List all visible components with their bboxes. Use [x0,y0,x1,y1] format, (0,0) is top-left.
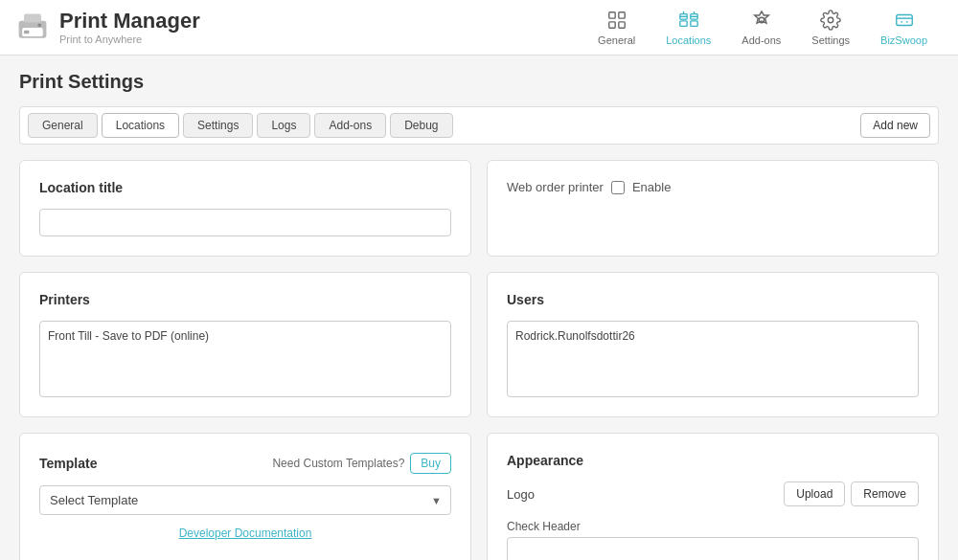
template-select[interactable]: Select Template [39,485,451,515]
printers-card: Printers Front Till - Save to PDF (onlin… [19,272,471,417]
appearance-card: Appearance Logo Upload Remove Check Head… [487,433,939,560]
printers-list: Front Till - Save to PDF (online) [39,321,451,397]
addons-icon [751,10,772,31]
svg-rect-2 [24,13,41,22]
location-title-card: Location title [19,160,471,257]
web-order-checkbox[interactable] [611,181,625,194]
web-order-row: Web order printer Enable [507,180,919,194]
logo-row: Logo Upload Remove [507,482,919,506]
svg-point-17 [759,17,764,23]
logo-label: Logo [507,487,535,502]
svg-rect-10 [680,20,687,25]
printer-item: Front Till - Save to PDF (online) [48,329,443,343]
app-logo-icon [15,11,50,45]
nav-general[interactable]: General [582,2,650,54]
location-title-input[interactable] [39,209,451,236]
web-order-label: Web order printer [507,180,604,194]
custom-template-text: Need Custom Templates? [272,457,404,470]
user-item: Rodrick.Runolfsdottir26 [515,329,910,343]
nav-bizswoop[interactable]: BizSwoop [865,2,943,54]
cards-grid: Location title Web order printer Enable … [19,160,939,560]
svg-rect-6 [619,11,625,17]
check-header-input[interactable] [507,537,919,560]
general-icon [606,10,627,31]
users-card: Users Rodrick.Runolfsdottir26 [487,272,939,417]
check-header-label: Check Header [507,520,919,533]
nav-locations[interactable]: Locations [650,2,726,54]
app-tagline: Print to Anywhere [59,34,200,45]
template-heading: Template [39,456,97,471]
logo-buttons: Upload Remove [784,482,919,506]
settings-icon [820,10,841,31]
tab-locations[interactable]: Locations [102,113,179,138]
web-order-enable-label: Enable [632,180,671,194]
check-header-field: Check Header [507,520,919,560]
remove-button[interactable]: Remove [851,482,919,506]
svg-point-4 [37,23,41,27]
printers-heading: Printers [39,292,451,307]
custom-template-note: Need Custom Templates? Buy [272,453,451,474]
nav-settings[interactable]: Settings [796,2,865,54]
top-nav: Print Manager Print to Anywhere General [0,0,958,56]
buy-button[interactable]: Buy [410,453,451,474]
svg-rect-19 [896,14,912,25]
svg-rect-5 [608,11,614,17]
web-order-card: Web order printer Enable [487,160,939,257]
template-card: Template Need Custom Templates? Buy Sele… [19,433,471,560]
add-new-button[interactable]: Add new [860,113,930,138]
page-content: Print Settings General Locations Setting… [0,56,958,560]
tabs-bar: General Locations Settings Logs Add-ons … [19,106,939,145]
svg-rect-12 [691,20,697,25]
dev-doc-link[interactable]: Developer Documentation [39,526,451,540]
template-header: Template Need Custom Templates? Buy [39,453,451,474]
tab-settings[interactable]: Settings [183,113,253,138]
tab-debug[interactable]: Debug [390,113,452,138]
app-name: Print Manager [59,10,200,33]
location-title-heading: Location title [39,180,451,195]
tab-addons[interactable]: Add-ons [314,113,386,138]
svg-rect-3 [24,30,29,34]
nav-bizswoop-label: BizSwoop [880,34,927,46]
bizswoop-icon [894,10,915,31]
app-logo-text: Print Manager Print to Anywhere [59,10,200,44]
svg-point-18 [828,17,833,23]
upload-button[interactable]: Upload [784,482,845,506]
locations-icon [678,10,699,31]
users-list: Rodrick.Runolfsdottir26 [507,321,919,397]
nav-addons-label: Add-ons [741,34,781,46]
svg-rect-7 [608,21,614,27]
nav-locations-label: Locations [666,34,711,46]
nav-general-label: General [598,34,635,46]
page-title: Print Settings [19,71,939,93]
app-logo: Print Manager Print to Anywhere [15,10,200,44]
nav-settings-label: Settings [811,34,850,46]
users-heading: Users [507,292,919,307]
svg-rect-8 [619,21,625,27]
nav-addons[interactable]: Add-ons [726,2,796,54]
nav-items: General Locations Add-ons [582,2,943,54]
tab-general[interactable]: General [28,113,98,138]
template-select-wrapper: Select Template ▼ [39,485,451,515]
appearance-heading: Appearance [507,453,919,468]
tab-logs[interactable]: Logs [257,113,310,138]
